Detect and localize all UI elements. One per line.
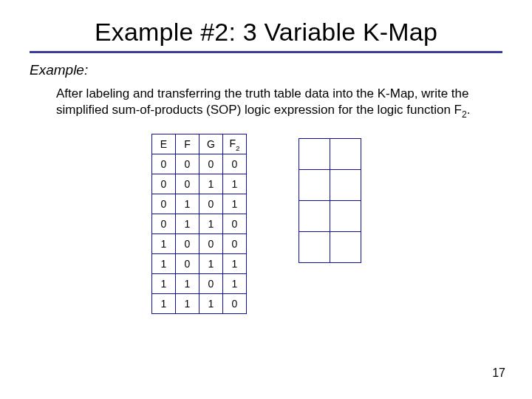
table-cell: 1 [223, 174, 247, 194]
col-header: E [152, 134, 176, 154]
table-cell: 0 [176, 174, 200, 194]
table-cell: 0 [152, 154, 176, 174]
kmap-cell [299, 170, 330, 201]
table-cell: 1 [176, 194, 200, 214]
truth-table-body: 00000011010101101000101111011110 [152, 154, 247, 314]
table-row: 0000 [152, 154, 247, 174]
kmap-cell [330, 139, 361, 170]
table-cell: 0 [200, 154, 223, 174]
table-row: 0101 [152, 194, 247, 214]
truth-table: E F G F2 0000001101010110100010111101111… [151, 134, 247, 314]
table-cell: 1 [152, 234, 176, 254]
kmap-row [299, 201, 361, 232]
table-cell: 0 [223, 154, 247, 174]
table-cell: 0 [223, 214, 247, 234]
table-cell: 0 [152, 174, 176, 194]
table-cell: 0 [152, 214, 176, 234]
table-cell: 1 [152, 254, 176, 274]
kmap-row [299, 170, 361, 201]
kmap-grid [299, 138, 361, 263]
page-number: 17 [492, 366, 505, 380]
kmap-row [299, 232, 361, 263]
kmap-cell [330, 170, 361, 201]
table-cell: 1 [200, 254, 223, 274]
output-sub: 2 [236, 144, 239, 152]
kmap-cell [330, 232, 361, 263]
table-cell: 1 [223, 274, 247, 294]
description-text: After labeling and transferring the trut… [56, 86, 488, 120]
kmap-row [299, 139, 361, 170]
description-subscript: 2 [462, 109, 467, 120]
table-row: 0011 [152, 174, 247, 194]
example-label: Example: [30, 62, 502, 78]
table-row: 1011 [152, 254, 247, 274]
kmap-cell [299, 201, 330, 232]
slide-title: Example #2: 3 Variable K-Map [30, 18, 502, 47]
kmap-cell [299, 232, 330, 263]
table-cell: 1 [176, 294, 200, 314]
output-base: F [229, 137, 236, 149]
kmap-cell [299, 139, 330, 170]
table-cell: 0 [152, 194, 176, 214]
table-row: 1110 [152, 294, 247, 314]
title-underline [30, 51, 502, 53]
col-header: F [176, 134, 200, 154]
table-cell: 0 [200, 194, 223, 214]
description-before: After labeling and transferring the trut… [56, 86, 469, 117]
table-cell: 1 [152, 274, 176, 294]
table-cell: 0 [200, 234, 223, 254]
table-cell: 0 [176, 234, 200, 254]
kmap-cell [330, 201, 361, 232]
table-cell: 1 [176, 274, 200, 294]
table-row: 0110 [152, 214, 247, 234]
table-cell: 1 [200, 214, 223, 234]
table-cell: 0 [223, 234, 247, 254]
table-cell: 1 [176, 214, 200, 234]
table-row: 1101 [152, 274, 247, 294]
table-cell: 0 [176, 154, 200, 174]
table-cell: 0 [176, 254, 200, 274]
description-after: . [467, 103, 471, 117]
table-row: 1000 [152, 234, 247, 254]
col-header: G [200, 134, 223, 154]
truth-table-header-row: E F G F2 [152, 134, 247, 154]
table-cell: 1 [223, 194, 247, 214]
content-row: E F G F2 0000001101010110100010111101111… [151, 134, 502, 314]
table-cell: 1 [152, 294, 176, 314]
table-cell: 0 [200, 274, 223, 294]
col-header-output: F2 [223, 134, 247, 154]
table-cell: 1 [200, 294, 223, 314]
table-cell: 1 [223, 254, 247, 274]
table-cell: 1 [200, 174, 223, 194]
table-cell: 0 [223, 294, 247, 314]
